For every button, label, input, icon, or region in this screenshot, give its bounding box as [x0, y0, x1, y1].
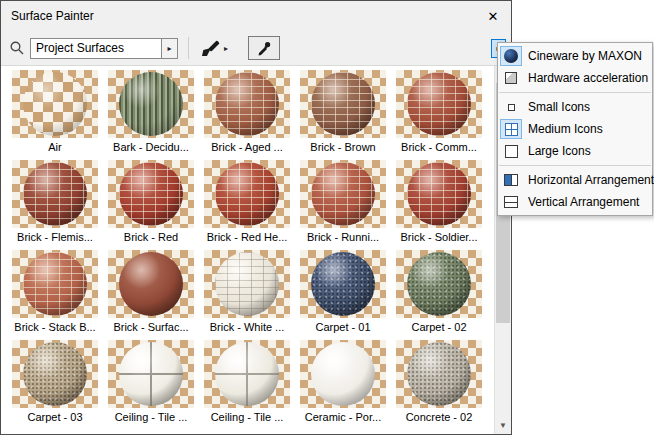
- material-item[interactable]: Brick - Runni...: [295, 160, 391, 243]
- material-sphere: [23, 252, 87, 316]
- chevron-right-icon: ▸: [167, 44, 171, 53]
- material-item[interactable]: Ceiling - Tile ...: [199, 340, 295, 423]
- material-item[interactable]: Bark - Decidu...: [103, 70, 199, 153]
- material-preview-tile: [12, 340, 98, 408]
- material-item[interactable]: Ceramic - Por...: [295, 340, 391, 423]
- menu-item-label: Hardware acceleration: [528, 71, 648, 85]
- vertical-arrangement-icon: [500, 192, 522, 212]
- menu-separator: [499, 92, 651, 93]
- material-sphere: [311, 72, 375, 136]
- material-sphere: [407, 342, 471, 406]
- scroll-down-button[interactable]: ▼: [495, 417, 511, 434]
- material-sphere: [215, 252, 279, 316]
- material-item[interactable]: Air: [7, 70, 103, 153]
- arrow-down-icon: ▼: [499, 421, 507, 430]
- material-sphere: [407, 162, 471, 226]
- close-icon: ✕: [488, 9, 499, 24]
- material-preview-tile: [396, 160, 482, 228]
- material-preview-tile: [12, 70, 98, 138]
- material-item[interactable]: Carpet - 03: [7, 340, 103, 423]
- material-label: Brick - Brown: [310, 141, 375, 153]
- material-sphere: [215, 342, 279, 406]
- surface-painter-dialog: Surface Painter ✕ ▸ ▸: [0, 0, 512, 435]
- material-preview-tile: [300, 250, 386, 318]
- material-item[interactable]: Brick - Flemis...: [7, 160, 103, 243]
- menu-item-label: Small Icons: [528, 100, 590, 114]
- panel-options-popup-menu: Cineware by MAXONHardware accelerationSm…: [497, 42, 653, 216]
- material-item[interactable]: Brick - Red: [103, 160, 199, 243]
- menu-item-large-icons[interactable]: Large Icons: [498, 140, 652, 162]
- material-item[interactable]: Brick - Comm...: [391, 70, 487, 153]
- material-label: Brick - Red: [124, 231, 178, 243]
- menu-item-cineware[interactable]: Cineware by MAXON: [498, 45, 652, 67]
- material-preview-tile: [396, 70, 482, 138]
- material-item[interactable]: Brick - Stack B...: [7, 250, 103, 333]
- surface-list-area: AirBark - Decidu...Brick - Aged ...Brick…: [1, 65, 511, 434]
- horizontal-arrangement-icon: [500, 170, 522, 190]
- material-label: Concrete - 02: [406, 411, 473, 423]
- material-preview-tile: [108, 70, 194, 138]
- search-icon: [9, 40, 25, 56]
- material-preview-tile: [108, 160, 194, 228]
- material-preview-tile: [300, 160, 386, 228]
- material-label: Brick - Soldier...: [400, 231, 477, 243]
- eyedropper-button[interactable]: [248, 36, 280, 60]
- menu-item-horizontal-arrangement[interactable]: Horizontal Arrangement: [498, 169, 652, 191]
- material-item[interactable]: Brick - Soldier...: [391, 160, 487, 243]
- surface-filter-input[interactable]: [30, 38, 162, 59]
- material-preview-tile: [108, 340, 194, 408]
- medium-icons-icon: [500, 119, 522, 139]
- material-preview-tile: [204, 250, 290, 318]
- material-sphere: [23, 342, 87, 406]
- material-item[interactable]: Ceiling - Tile ...: [103, 340, 199, 423]
- material-label: Carpet - 02: [411, 321, 466, 333]
- material-label: Brick - Stack B...: [14, 321, 95, 333]
- material-sphere: [407, 72, 471, 136]
- materials-grid: AirBark - Decidu...Brick - Aged ...Brick…: [1, 66, 494, 434]
- material-label: Brick - Surfac...: [113, 321, 188, 333]
- material-item[interactable]: Concrete - 02: [391, 340, 487, 423]
- menu-item-medium-icons[interactable]: Medium Icons: [498, 118, 652, 140]
- material-sphere: [119, 252, 183, 316]
- menu-item-vertical-arrangement[interactable]: Vertical Arrangement: [498, 191, 652, 213]
- page-title: Surface Painter: [1, 9, 475, 23]
- material-label: Brick - Red He...: [207, 231, 288, 243]
- material-label: Bark - Decidu...: [113, 141, 189, 153]
- menu-item-small-icons[interactable]: Small Icons: [498, 96, 652, 118]
- material-item[interactable]: Carpet - 01: [295, 250, 391, 333]
- material-sphere: [215, 162, 279, 226]
- material-preview-tile: [12, 250, 98, 318]
- material-preview-tile: [12, 160, 98, 228]
- material-sphere: [119, 72, 183, 136]
- material-item[interactable]: Brick - Brown: [295, 70, 391, 153]
- material-preview-tile: [396, 250, 482, 318]
- material-label: Ceiling - Tile ...: [211, 411, 284, 423]
- material-label: Brick - White ...: [210, 321, 285, 333]
- menu-item-hardware-acceleration[interactable]: Hardware acceleration: [498, 67, 652, 89]
- material-sphere: [119, 342, 183, 406]
- large-icons-icon: [500, 141, 522, 161]
- material-preview-tile: [204, 160, 290, 228]
- material-preview-tile: [204, 70, 290, 138]
- material-label: Carpet - 01: [315, 321, 370, 333]
- material-item[interactable]: Brick - Aged ...: [199, 70, 295, 153]
- toolbar: ▸ ▸ ▸: [1, 31, 511, 65]
- title-bar[interactable]: Surface Painter ✕: [1, 1, 511, 31]
- material-label: Brick - Aged ...: [211, 141, 283, 153]
- eyedropper-icon: [256, 40, 272, 56]
- material-label: Brick - Flemis...: [17, 231, 93, 243]
- material-item[interactable]: Brick - Surfac...: [103, 250, 199, 333]
- menu-item-label: Cineware by MAXON: [528, 49, 642, 63]
- material-preview-tile: [108, 250, 194, 318]
- material-sphere: [311, 342, 375, 406]
- surface-filter-combo: ▸: [30, 38, 178, 59]
- paint-brush-icon: [201, 39, 221, 57]
- filter-dropdown-button[interactable]: ▸: [162, 38, 178, 59]
- material-label: Ceiling - Tile ...: [115, 411, 188, 423]
- paint-brush-button[interactable]: ▸: [199, 37, 230, 59]
- material-item[interactable]: Brick - White ...: [199, 250, 295, 333]
- close-button[interactable]: ✕: [475, 1, 511, 31]
- material-item[interactable]: Carpet - 02: [391, 250, 487, 333]
- material-item[interactable]: Brick - Red He...: [199, 160, 295, 243]
- material-label: Brick - Runni...: [307, 231, 379, 243]
